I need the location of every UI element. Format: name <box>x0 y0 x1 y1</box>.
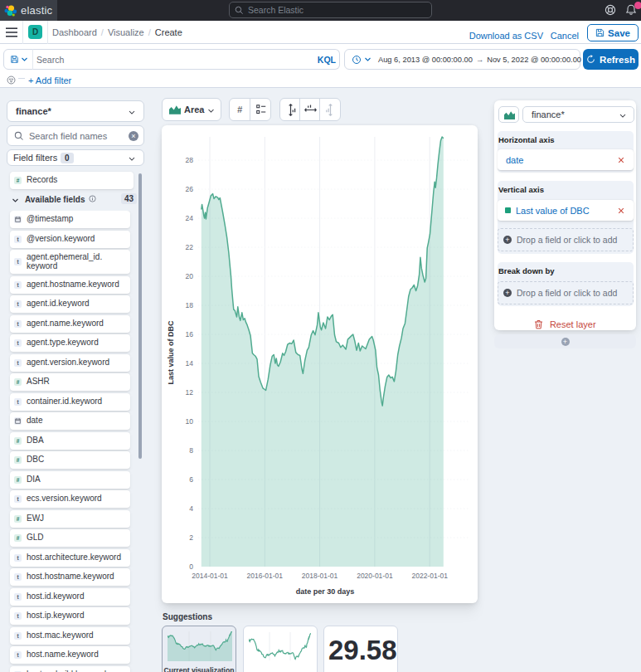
svg-text:16: 16 <box>186 330 194 338</box>
svg-text:20: 20 <box>186 272 194 280</box>
svg-text:12: 12 <box>186 388 194 397</box>
svg-text:2022-01-01: 2022-01-01 <box>411 572 448 580</box>
svg-text:6: 6 <box>189 475 193 484</box>
svg-text:26: 26 <box>186 185 194 193</box>
svg-text:22: 22 <box>186 243 194 251</box>
svg-text:14: 14 <box>186 359 194 368</box>
svg-text:date per 30 days: date per 30 days <box>296 587 355 596</box>
svg-text:24: 24 <box>186 214 194 222</box>
svg-text:8: 8 <box>189 446 193 455</box>
svg-text:2014-01-01: 2014-01-01 <box>192 572 228 580</box>
svg-text:2018-01-01: 2018-01-01 <box>302 572 338 580</box>
svg-text:4: 4 <box>189 504 193 513</box>
svg-text:28: 28 <box>186 156 194 164</box>
svg-text:Last value of DBC: Last value of DBC <box>167 320 175 385</box>
svg-text:10: 10 <box>186 417 194 426</box>
svg-text:0: 0 <box>189 562 193 571</box>
svg-text:18: 18 <box>186 301 194 309</box>
svg-text:2016-01-01: 2016-01-01 <box>247 572 284 580</box>
svg-text:2: 2 <box>189 533 193 542</box>
svg-text:2020-01-01: 2020-01-01 <box>357 572 393 580</box>
